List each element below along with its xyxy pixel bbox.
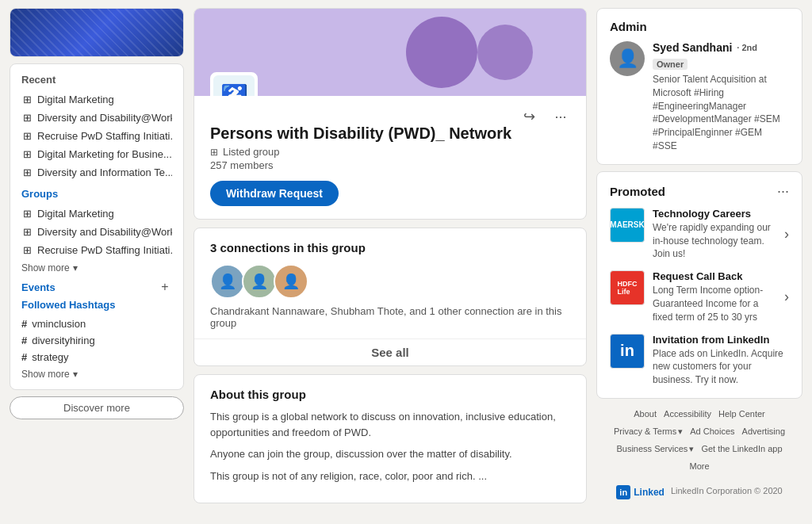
admin-owner-badge: Owner — [653, 59, 688, 70]
events-section-title[interactable]: Events — [21, 281, 56, 293]
ad-desc-0: We're rapidly expanding our in-house tec… — [653, 221, 776, 261]
chevron-down-icon: ▾ — [73, 369, 78, 380]
group-type-icon: ⊞ — [210, 147, 218, 158]
group-icon: ⊞ — [21, 131, 33, 142]
footer-app[interactable]: Get the LinkedIn app — [701, 440, 782, 457]
admin-info: Syed Sandhani · 2nd Owner Senior Talent … — [653, 41, 789, 153]
footer-business-dropdown[interactable]: Business Services ▾ — [616, 440, 694, 457]
ad-title-2: Invitation from LinkedIn — [653, 334, 789, 346]
sidebar-nav: Recent ⊞ Digital Marketing ⊞ Diversity a… — [10, 63, 184, 390]
ad-content-0: Technology Careers We're rapidly expandi… — [653, 208, 776, 261]
share-button[interactable]: ↪ — [516, 104, 542, 129]
see-all-link[interactable]: See all — [194, 338, 586, 365]
hashtag-item-2[interactable]: # strategy — [21, 349, 172, 365]
about-paragraph-3: This group is not of any religion, race,… — [210, 469, 570, 484]
group-logo: ♿ — [210, 72, 258, 96]
group-icon: ⊞ — [21, 245, 33, 256]
group-type: Listed group — [223, 146, 280, 158]
group-meta: ⊞ Listed group — [210, 146, 570, 158]
connections-title: 3 connections in this group — [210, 241, 570, 254]
linkedin-brand-name: Linked — [634, 483, 665, 502]
withdraw-request-button[interactable]: Withdraw Request — [210, 181, 339, 206]
linkedin-footer-logo[interactable]: in Linked — [616, 483, 665, 502]
banner-circles — [390, 9, 586, 96]
ad-item-1[interactable]: HDFCLife Request Call Back Long Term Inc… — [610, 270, 789, 323]
about-paragraph-2: Anyone can join the group, discussion ov… — [210, 446, 570, 462]
footer-row-2: Privacy & Terms ▾ Ad Choices Advertising — [596, 423, 802, 440]
hashtag-item-1[interactable]: # diversityhiring — [21, 332, 172, 349]
sidebar-item-group-2[interactable]: ⊞ Recruise PwD Staffing Initiati... — [21, 241, 172, 259]
more-options-button[interactable]: ··· — [548, 104, 573, 129]
group-icon: ⊞ — [21, 94, 33, 105]
linkedin-ad-logo: in — [610, 334, 645, 369]
chevron-down-icon: ▾ — [73, 262, 78, 273]
ad-item-0[interactable]: MAERSK Technology Careers We're rapidly … — [610, 208, 789, 261]
left-sidebar: Recent ⊞ Digital Marketing ⊞ Diversity a… — [10, 8, 184, 511]
followed-hashtags-title[interactable]: Followed Hashtags — [21, 299, 172, 311]
about-paragraph-1: This group is a global network to discus… — [210, 409, 570, 440]
promoted-card: Promoted ··· MAERSK Technology Careers W… — [596, 171, 802, 399]
chevron-down-icon: ▾ — [678, 423, 683, 440]
profile-card — [10, 8, 184, 57]
banner-circle-small — [477, 25, 533, 80]
right-sidebar: Admin 👤 Syed Sandhani · 2nd Owner Senior… — [596, 8, 802, 511]
footer-privacy-dropdown[interactable]: Privacy & Terms ▾ — [614, 423, 683, 440]
show-more-hashtags-button[interactable]: Show more ▾ — [21, 369, 172, 380]
footer-row-4: More — [596, 457, 802, 475]
footer-row-1: About Accessibility Help Center — [596, 405, 802, 423]
ad-content-1: Request Call Back Long Term Income optio… — [653, 270, 776, 323]
sidebar-item-group-0[interactable]: ⊞ Digital Marketing — [21, 205, 172, 223]
footer-row-3: Business Services ▾ Get the LinkedIn app — [596, 440, 802, 457]
chevron-right-icon: › — [784, 226, 789, 243]
footer-more[interactable]: More — [689, 457, 709, 475]
sidebar-item-group-1[interactable]: ⊞ Diversity and Disability@Work — [21, 223, 172, 241]
connections-description: Chandrakant Nannaware, Shubham Thote, an… — [210, 305, 570, 329]
group-logo-image: ♿ — [213, 75, 255, 96]
chevron-right-icon: › — [784, 289, 789, 305]
group-members: 257 members — [210, 159, 570, 171]
sidebar-item-recent-4[interactable]: ⊞ Diversity and Information Te... — [21, 163, 172, 182]
footer-help[interactable]: Help Center — [718, 405, 765, 423]
footer-accessibility[interactable]: Accessibility — [664, 405, 711, 423]
banner-pattern — [10, 9, 183, 56]
connections-card: 3 connections in this group 👤 👤 👤 Chandr… — [193, 228, 587, 366]
group-icon: ⊞ — [21, 227, 33, 238]
add-event-button[interactable]: + — [158, 280, 172, 294]
groups-section-title[interactable]: Groups — [21, 188, 172, 200]
admin-description: Senior Talent Acquisition at Microsoft #… — [653, 73, 789, 153]
about-card: About this group This group is a global … — [193, 374, 587, 503]
linkedin-in-icon: in — [616, 485, 630, 499]
recent-section-title: Recent — [21, 74, 172, 86]
group-icon: ⊞ — [21, 208, 33, 220]
avatar-2: 👤 — [242, 264, 277, 299]
about-title: About this group — [210, 388, 570, 401]
chevron-down-icon: ▾ — [689, 440, 694, 457]
avatar-3: 👤 — [274, 264, 308, 299]
promoted-more-button[interactable]: ··· — [777, 183, 789, 200]
avatars-row: 👤 👤 👤 — [210, 264, 570, 299]
show-more-groups-button[interactable]: Show more ▾ — [21, 262, 172, 273]
promoted-header: Promoted ··· — [610, 183, 789, 200]
avatar-1: 👤 — [210, 264, 245, 299]
sidebar-item-recent-1[interactable]: ⊞ Diversity and Disability@Work — [21, 109, 172, 127]
hashtag-item-0[interactable]: # vminclusion — [21, 316, 172, 332]
discover-more-button[interactable]: Discover more — [10, 396, 184, 419]
admin-title: Admin — [610, 20, 789, 33]
footer-about[interactable]: About — [634, 405, 657, 423]
main-content: ♿ ↪ ··· Persons with Disability (PWD)_ N… — [193, 8, 587, 511]
admin-person[interactable]: 👤 Syed Sandhani · 2nd Owner Senior Talen… — [610, 41, 789, 153]
ad-title-0: Technology Careers — [653, 208, 776, 220]
group-card-actions: ↪ ··· — [516, 104, 573, 129]
group-banner: ♿ — [194, 9, 586, 96]
group-icon: ⊞ — [21, 149, 33, 160]
hashtag-icon: # — [21, 335, 27, 346]
ad-item-2[interactable]: in Invitation from LinkedIn Place ads on… — [610, 334, 789, 387]
footer-brand-row: in Linked LinkedIn Corporation © 2020 — [596, 480, 802, 502]
footer-advertising[interactable]: Advertising — [742, 423, 785, 440]
admin-name-row: Syed Sandhani · 2nd Owner — [653, 41, 789, 70]
sidebar-item-recent-0[interactable]: ⊞ Digital Marketing — [21, 90, 172, 109]
footer-ad-choices[interactable]: Ad Choices — [690, 423, 734, 440]
sidebar-item-recent-2[interactable]: ⊞ Recruise PwD Staffing Initiati... — [21, 127, 172, 145]
profile-banner — [10, 9, 183, 56]
sidebar-item-recent-3[interactable]: ⊞ Digital Marketing for Busine... — [21, 145, 172, 163]
